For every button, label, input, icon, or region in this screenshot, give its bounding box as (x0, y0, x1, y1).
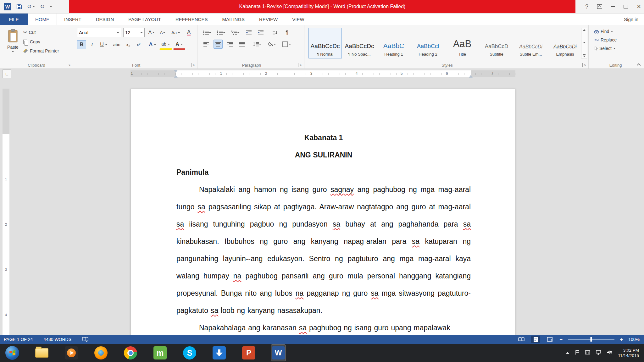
doc-paragraph-2[interactable]: Napakahalaga ang karanasan sa paghubog n… (176, 319, 471, 335)
style-title[interactable]: AaBTitle (446, 28, 479, 58)
zoom-level[interactable]: 100% (628, 337, 640, 342)
font-dialog-launcher[interactable]: ↘ (191, 63, 196, 67)
redo-button[interactable]: ↻ (40, 3, 45, 10)
clear-formatting-button[interactable]: A (184, 28, 193, 37)
media-player-button[interactable] (64, 345, 79, 361)
styles-scroll-up-button[interactable] (583, 29, 586, 31)
document-page[interactable]: Kabanata 1 ANG SULIRANIN Panimula Napaka… (130, 89, 515, 335)
superscript-button[interactable]: x² (134, 40, 143, 49)
justify-button[interactable] (237, 40, 247, 49)
windows-grid-icon[interactable] (585, 350, 590, 356)
borders-button[interactable] (281, 40, 293, 49)
clock[interactable]: 3:02 PM 11/14/2015 (618, 348, 639, 358)
italic-button[interactable]: I (87, 40, 97, 49)
style-subtitle[interactable]: AaBbCcDSubtitle (480, 28, 513, 58)
tab-stop-selector[interactable]: ∟ (3, 69, 11, 78)
minimize-button[interactable] (611, 6, 615, 7)
action-center-flag-icon[interactable] (575, 350, 579, 356)
select-button[interactable]: Select (594, 46, 617, 51)
undo-button[interactable]: ↺ (27, 3, 35, 10)
zoom-slider[interactable] (568, 339, 614, 340)
align-left-button[interactable] (202, 40, 211, 49)
styles-dialog-launcher[interactable]: ↘ (582, 63, 587, 67)
tab-page-layout[interactable]: PAGE LAYOUT (121, 13, 168, 25)
strikethrough-button[interactable]: abc (111, 40, 122, 49)
increase-indent-button[interactable] (256, 28, 265, 37)
hanging-indent-marker[interactable] (174, 75, 178, 78)
font-size-combobox[interactable]: 12 (123, 28, 145, 37)
tab-references[interactable]: REFERENCES (168, 13, 215, 25)
read-mode-button[interactable] (517, 336, 526, 343)
maximize-button[interactable] (624, 5, 628, 8)
volume-icon[interactable] (607, 350, 612, 356)
font-name-combobox[interactable]: Arial (77, 28, 121, 37)
firefox-button[interactable] (94, 345, 108, 361)
word-count[interactable]: 4430 WORDS (43, 337, 71, 342)
doc-paragraph-1[interactable]: Napakalaki ang hamon ng isang guro sagna… (176, 181, 471, 319)
change-case-button[interactable]: Aa (169, 28, 182, 37)
line-spacing-button[interactable] (251, 40, 263, 49)
style-normal[interactable]: AaBbCcDc¶ Normal (308, 28, 342, 58)
copy-button[interactable]: Copy (23, 39, 59, 44)
format-painter-button[interactable]: Format Painter (23, 48, 59, 53)
grow-font-button[interactable]: A (147, 28, 156, 37)
help-button[interactable]: ? (585, 3, 588, 10)
word-app-icon[interactable]: W (4, 3, 11, 10)
save-button[interactable] (16, 4, 22, 9)
multilevel-list-button[interactable] (230, 28, 241, 37)
page-indicator[interactable]: PAGE 1 OF 24 (4, 337, 33, 342)
numbering-button[interactable] (216, 28, 227, 37)
cut-button[interactable]: ✂Cut (23, 30, 59, 35)
zoom-in-button[interactable]: + (620, 337, 623, 342)
sign-in-link[interactable]: Sign in (624, 13, 644, 25)
replace-button[interactable]: Replace (594, 37, 617, 42)
align-right-button[interactable] (225, 40, 235, 49)
customize-qat-button[interactable] (50, 6, 52, 7)
bold-button[interactable]: B (77, 40, 86, 49)
web-layout-button[interactable] (545, 336, 554, 343)
font-color-button[interactable]: A (173, 40, 185, 50)
first-line-indent-marker[interactable] (174, 70, 178, 73)
tab-file[interactable]: FILE (0, 13, 28, 25)
sort-button[interactable] (270, 28, 280, 37)
align-center-button[interactable] (214, 40, 223, 49)
zoom-slider-thumb[interactable] (591, 337, 592, 342)
find-button[interactable]: Find (594, 29, 617, 34)
tab-review[interactable]: REVIEW (252, 13, 285, 25)
close-button[interactable]: × (637, 3, 641, 11)
underline-button[interactable]: U (98, 40, 110, 49)
start-button[interactable] (5, 345, 19, 361)
doc-heading-section[interactable]: Panimula (176, 164, 471, 181)
decrease-indent-button[interactable] (244, 28, 253, 37)
chrome-button[interactable] (123, 345, 138, 361)
undo-dropdown-icon[interactable] (32, 6, 35, 7)
zoom-out-button[interactable]: − (559, 337, 563, 342)
doc-heading-chapter[interactable]: Kabanata 1 (176, 129, 471, 146)
text-effects-button[interactable]: A (147, 40, 158, 49)
right-indent-marker[interactable] (469, 75, 473, 78)
tab-home[interactable]: HOME (28, 13, 57, 25)
skype-button[interactable]: S (182, 345, 197, 361)
network-icon[interactable] (596, 350, 601, 356)
style-heading-2[interactable]: AaBbCclHeading 2 (411, 28, 445, 58)
print-layout-button[interactable] (531, 336, 540, 343)
tab-mailings[interactable]: MAILINGS (215, 13, 252, 25)
ribbon-display-options-button[interactable] (597, 4, 602, 9)
download-manager-button[interactable] (212, 345, 226, 361)
vertical-ruler[interactable]: 1 2 3 4 (3, 89, 9, 335)
paste-dropdown-icon[interactable] (12, 51, 14, 52)
m-app-button[interactable]: m (153, 345, 167, 361)
styles-scroll-down-button[interactable] (583, 42, 586, 43)
style-subtle-emphasis[interactable]: AaBbCcDiSubtle Em... (514, 28, 547, 58)
tab-view[interactable]: VIEW (285, 13, 311, 25)
style-emphasis[interactable]: AaBbCcDiEmphasis (548, 28, 582, 58)
shading-button[interactable] (266, 40, 278, 49)
show-formatting-marks-button[interactable]: ¶ (282, 28, 291, 37)
tab-design[interactable]: DESIGN (89, 13, 121, 25)
horizontal-ruler[interactable]: 1 1 2 3 4 5 6 7 (130, 70, 515, 77)
style-no-spacing[interactable]: AaBbCcDc¶ No Spac... (343, 28, 376, 58)
bullets-button[interactable] (202, 28, 213, 37)
clipboard-dialog-launcher[interactable]: ↘ (67, 63, 71, 67)
tab-insert[interactable]: INSERT (57, 13, 89, 25)
file-explorer-button[interactable] (35, 345, 49, 361)
